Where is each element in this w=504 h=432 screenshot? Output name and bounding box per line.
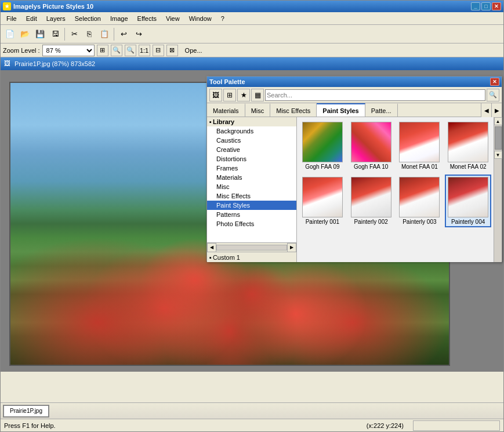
palette-title-controls: ✕ (490, 78, 499, 86)
scrollbar-up-button[interactable]: ▲ (494, 117, 502, 125)
style-label-painterly001: Painterly 001 (306, 219, 339, 225)
tree-misc[interactable]: Misc (207, 182, 296, 191)
menu-file[interactable]: File (2, 14, 21, 23)
main-window: ★ Imagelys Picture Styles 10 _ □ ✕ File … (0, 0, 504, 432)
open-label: Ope... (185, 47, 202, 54)
palette-close-button[interactable]: ✕ (490, 78, 499, 86)
zoom-bar: Zoom Level : 87 % 100 % 50 % ⊞ 🔍 🔍 1:1 ⊟… (1, 43, 503, 57)
menu-layers[interactable]: Layers (42, 14, 70, 23)
copy-button[interactable]: ⎘ (82, 27, 96, 41)
library-scroll-track[interactable] (216, 245, 287, 251)
tree-frames[interactable]: Frames (207, 164, 296, 173)
cut-button[interactable]: ✂ (67, 27, 81, 41)
menu-selection[interactable]: Selection (70, 14, 106, 23)
style-painterly001[interactable]: Painterly 001 (299, 175, 346, 227)
zoom-select[interactable]: 87 % 100 % 50 % (42, 45, 95, 56)
title-bar-controls: _ □ ✕ (471, 2, 501, 10)
tree-paint-styles[interactable]: Paint Styles (207, 201, 296, 210)
scrollbar-down-button[interactable]: ▼ (494, 151, 502, 159)
palette-search-button[interactable]: 🔍 (487, 89, 499, 101)
style-painterly003[interactable]: Painterly 003 (397, 175, 443, 227)
style-label-gogh10: Gogh FAA 10 (354, 164, 389, 170)
tree-backgrounds[interactable]: Backgrounds (207, 126, 296, 136)
style-painterly002[interactable]: Painterly 002 (348, 175, 394, 227)
paste-button[interactable]: 📋 (97, 27, 111, 41)
style-label-painterly003: Painterly 003 (403, 219, 436, 225)
taskbar-thumbnail[interactable]: Prairie1P.jpg (3, 405, 49, 418)
redo-button[interactable]: ↪ (132, 27, 146, 41)
style-painterly004[interactable]: Painterly 004 (445, 175, 491, 227)
menu-view[interactable]: View (161, 14, 184, 23)
custom-label[interactable]: Custom 1 (213, 254, 240, 261)
tree-materials[interactable]: Materials (207, 173, 296, 182)
style-gogh10[interactable]: Gogh FAA 10 (348, 119, 394, 172)
maximize-button[interactable]: □ (481, 2, 491, 10)
open-button[interactable]: 📂 (18, 27, 32, 41)
menu-image[interactable]: Image (106, 14, 133, 23)
zoom-label: Zoom Level : (3, 47, 40, 54)
new-button[interactable]: 📄 (3, 27, 17, 41)
palette-title-text: Tool Palette (209, 78, 245, 85)
zoom-fit3-button[interactable]: ⊠ (166, 45, 178, 56)
palette-btn-2[interactable]: ⊞ (223, 89, 236, 101)
tree-creative[interactable]: Creative (207, 145, 296, 154)
palette-search-input[interactable] (265, 89, 485, 101)
menu-effects[interactable]: Effects (133, 14, 161, 23)
style-thumb-gogh09 (302, 122, 343, 162)
save-button[interactable]: 💾 (33, 27, 47, 41)
style-thumb-painterly001 (302, 177, 343, 217)
tree-misc-effects[interactable]: Misc Effects (207, 191, 296, 201)
palette-btn-1[interactable]: 🖼 (209, 89, 222, 101)
close-button[interactable]: ✕ (492, 2, 501, 10)
style-thumb-monet01 (399, 122, 440, 162)
tab-misc[interactable]: Misc (245, 103, 271, 117)
library-scroll-left[interactable]: ◀ (207, 243, 216, 252)
library-title: Library (213, 118, 234, 125)
menu-help[interactable]: ? (216, 14, 229, 23)
tab-nav-right[interactable]: ▶ (491, 103, 502, 117)
library-container: ▪ Library Backgrounds Caustics Creative … (207, 117, 297, 262)
custom-section: ▪ Custom 1 (207, 252, 296, 262)
tree-distortions[interactable]: Distortions (207, 154, 296, 164)
save-as-button[interactable]: 🖫 (48, 27, 62, 41)
tab-misc-effects[interactable]: Misc Effects (270, 103, 317, 117)
tab-patterns[interactable]: Patte... (365, 103, 398, 117)
style-label-gogh09: Gogh FAA 09 (305, 164, 340, 170)
menu-edit[interactable]: Edit (21, 14, 42, 23)
style-thumb-monet02 (448, 122, 488, 162)
tree-photo-effects[interactable]: Photo Effects (207, 219, 296, 228)
title-bar: ★ Imagelys Picture Styles 10 _ □ ✕ (1, 1, 503, 12)
toolbar-separator-1 (64, 28, 65, 41)
palette-tab-nav: ◀ ▶ (481, 103, 502, 117)
style-gogh09[interactable]: Gogh FAA 09 (299, 119, 346, 172)
palette-body: ▪ Library Backgrounds Caustics Creative … (207, 117, 502, 262)
app-title: Imagelys Picture Styles 10 (13, 3, 93, 10)
tab-materials[interactable]: Materials (207, 103, 245, 117)
toolbar: 📄 📂 💾 🖫 ✂ ⎘ 📋 ↩ ↪ (1, 25, 503, 43)
style-label-painterly004: Painterly 004 (451, 219, 485, 225)
zoom-fit2-button[interactable]: ⊟ (153, 45, 164, 56)
tab-nav-left[interactable]: ◀ (481, 103, 491, 117)
style-thumb-gogh10 (351, 122, 391, 162)
menu-window[interactable]: Window (184, 14, 216, 23)
image-title-bar: 🖼 Prairie1P.jpg (87%) 873x582 (1, 57, 503, 70)
palette-btn-4[interactable]: ▦ (251, 89, 264, 101)
minimize-button[interactable]: _ (471, 2, 480, 10)
tree-patterns[interactable]: Patterns (207, 210, 296, 219)
zoom-minus-button[interactable]: 🔍 (111, 45, 122, 56)
scrollbar-thumb[interactable] (495, 126, 502, 150)
style-monet02[interactable]: Monet FAA 02 (445, 119, 491, 172)
library-scroll-right[interactable]: ▶ (287, 243, 296, 252)
coordinates-text: (x:222 y:224) (367, 422, 404, 429)
zoom-fit-button[interactable]: ⊞ (97, 45, 108, 56)
style-monet01[interactable]: Monet FAA 01 (397, 119, 443, 172)
zoom-reset-button[interactable]: 1:1 (139, 45, 150, 56)
tree-caustics[interactable]: Caustics (207, 136, 296, 145)
zoom-plus-button[interactable]: 🔍 (125, 45, 136, 56)
tab-paint-styles[interactable]: Paint Styles (317, 103, 365, 117)
style-label-monet01: Monet FAA 01 (401, 164, 438, 170)
palette-btn-3[interactable]: ★ (237, 89, 250, 101)
status-area (413, 420, 500, 431)
palette-tabs: Materials Misc Misc Effects Paint Styles… (207, 103, 502, 117)
undo-button[interactable]: ↩ (117, 27, 130, 41)
